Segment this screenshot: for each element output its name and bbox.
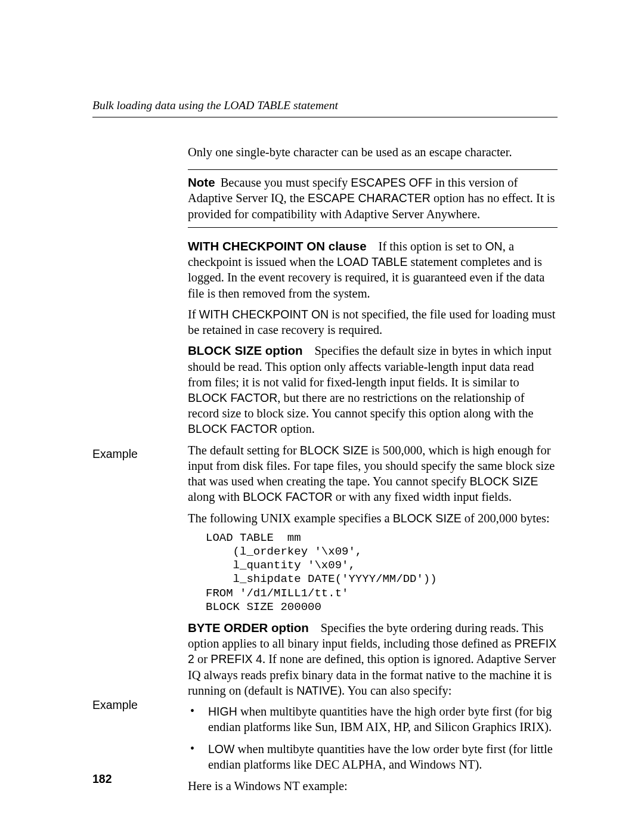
wcp1-lt: LOAD TABLE [337, 255, 408, 268]
bs1-bf1: BLOCK FACTOR [188, 391, 277, 404]
code-block-1: LOAD TABLE mm (l_orderkey '\x09', l_quan… [206, 531, 558, 614]
byte-order-paragraph: BYTE ORDER optionSpecifies the byte orde… [188, 620, 558, 698]
bs2d: or with any fixed width input fields. [333, 490, 512, 503]
bullet-high-kw: HIGH [208, 705, 237, 718]
bo-prefix4: PREFIX 4 [210, 652, 262, 665]
ex1b: of 200,000 bytes: [462, 512, 550, 525]
with-checkpoint-paragraph-1: WITH CHECKPOINT ON clauseIf this option … [188, 239, 558, 301]
bs2-bf3: BLOCK FACTOR [243, 490, 332, 503]
bullet-low-kw: LOW [208, 742, 234, 755]
wcp2a: If [188, 308, 199, 321]
byte-order-bullet-list: HIGH when multibyte quantities have the … [188, 704, 558, 772]
byte-order-runin: BYTE ORDER option [188, 621, 309, 634]
bs1-bf2: BLOCK FACTOR [188, 422, 277, 435]
running-header: Bulk loading data using the LOAD TABLE s… [92, 98, 558, 113]
note-rule-top [188, 169, 558, 170]
bullet-low-text: when multibyte quantities have the low o… [208, 742, 553, 771]
bs2c: along with [188, 490, 243, 503]
note-escape-char: ESCAPE CHARACTER [308, 191, 431, 205]
bs1c: option. [277, 422, 315, 435]
block-size-paragraph-1: BLOCK SIZE optionSpecifies the default s… [188, 343, 558, 436]
bs2a: The default setting for [188, 444, 300, 457]
ex1a: The following UNIX example specifies a [188, 512, 393, 525]
paragraph-escape-line: Only one single-byte character can be us… [188, 144, 558, 160]
with-checkpoint-runin: WITH CHECKPOINT ON clause [188, 239, 367, 253]
side-label-example-2: Example [92, 698, 138, 713]
with-checkpoint-paragraph-2: If WITH CHECKPOINT ON is not specified, … [188, 306, 558, 337]
example2-intro: Here is a Windows NT example: [188, 778, 558, 794]
note-text-before: Because you must specify [221, 176, 351, 189]
bo-native: NATIVE [296, 684, 338, 697]
note-rule-bottom [188, 227, 558, 228]
body-column: Only one single-byte character can be us… [188, 144, 558, 794]
side-label-example-1: Example [92, 447, 138, 462]
note-escapes-off: ESCAPES OFF [351, 176, 432, 189]
ex1-bs: BLOCK SIZE [393, 512, 462, 525]
bs2-bs2: BLOCK SIZE [470, 475, 538, 488]
page-container: Bulk loading data using the LOAD TABLE s… [0, 0, 644, 833]
example1-intro: The following UNIX example specifies a B… [188, 510, 558, 526]
wcp2-wcpon: WITH CHECKPOINT ON [199, 308, 329, 321]
note-label: Note [188, 175, 215, 189]
bullet-low: LOW when multibyte quantities have the l… [188, 741, 558, 772]
block-size-paragraph-2: The default setting for BLOCK SIZE is 50… [188, 442, 558, 505]
wcp1a: If this option is set to [379, 240, 485, 253]
bo1d: ). You can also specify: [338, 684, 451, 697]
bs2-bs1: BLOCK SIZE [300, 444, 369, 457]
wcp1-on: ON [485, 240, 502, 253]
page-number: 182 [92, 772, 112, 786]
note-paragraph: Note Because you must specify ESCAPES OF… [188, 175, 558, 222]
header-rule [92, 117, 558, 117]
bullet-high: HIGH when multibyte quantities have the … [188, 704, 558, 735]
bo1b: or [194, 652, 210, 665]
bullet-high-text: when multibyte quantities have the high … [208, 705, 552, 733]
block-size-runin: BLOCK SIZE option [188, 343, 302, 357]
